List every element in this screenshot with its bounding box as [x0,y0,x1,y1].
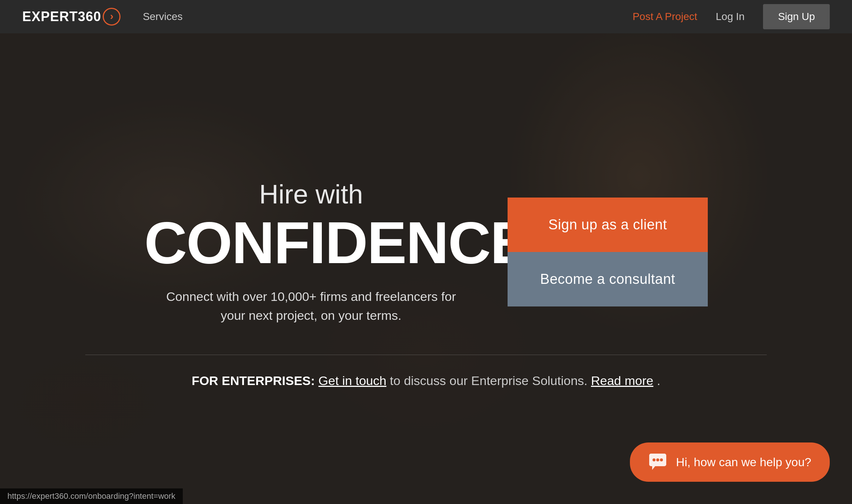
hero-main: Hire with CONFIDENCE Connect with over 1… [0,179,852,325]
chat-widget[interactable]: Hi, how can we help you? [630,442,830,482]
enterprise-period: . [657,374,660,388]
svg-point-3 [656,458,659,461]
signup-client-button[interactable]: Sign up as a client [508,198,708,252]
services-nav-link[interactable]: Services [143,11,182,23]
post-project-link[interactable]: Post A Project [633,11,697,23]
become-consultant-button[interactable]: Become a consultant [508,252,708,306]
nav-right: Post A Project Log In Sign Up [633,4,830,29]
navbar: EXPERT360 Services Post A Project Log In… [0,0,852,33]
hero-subtitle: Connect with over 10,000+ firms and free… [144,287,478,325]
get-in-touch-link[interactable]: Get in touch [318,374,386,388]
hire-with-text: Hire with [144,179,478,209]
nav-links: Services [143,11,182,23]
hero-text-block: Hire with CONFIDENCE Connect with over 1… [144,179,478,325]
confidence-heading: CONFIDENCE [144,213,478,272]
hero-buttons: Sign up as a client Become a consultant [508,198,708,306]
hero-divider [85,355,767,355]
status-url: https://expert360.com/onboarding?intent=… [7,491,175,501]
svg-point-4 [660,458,663,461]
enterprise-middle: to discuss our Enterprise Solutions. [390,374,588,388]
status-bar: https://expert360.com/onboarding?intent=… [0,488,183,504]
svg-point-2 [653,458,655,461]
enterprise-label: FOR ENTERPRISES: [192,374,315,388]
enterprise-section: FOR ENTERPRISES: Get in touch to discuss… [192,374,660,388]
chat-widget-text: Hi, how can we help you? [676,455,811,469]
read-more-link[interactable]: Read more [591,374,653,388]
logo[interactable]: EXPERT360 [22,8,120,26]
signup-button[interactable]: Sign Up [763,4,830,29]
chat-icon [648,453,667,471]
hero-section: Hire with CONFIDENCE Connect with over 1… [0,0,852,504]
hero-content: Hire with CONFIDENCE Connect with over 1… [0,116,852,388]
logo-text: EXPERT360 [22,9,101,24]
svg-marker-1 [652,466,655,470]
login-link[interactable]: Log In [716,11,745,23]
logo-icon [103,8,120,26]
